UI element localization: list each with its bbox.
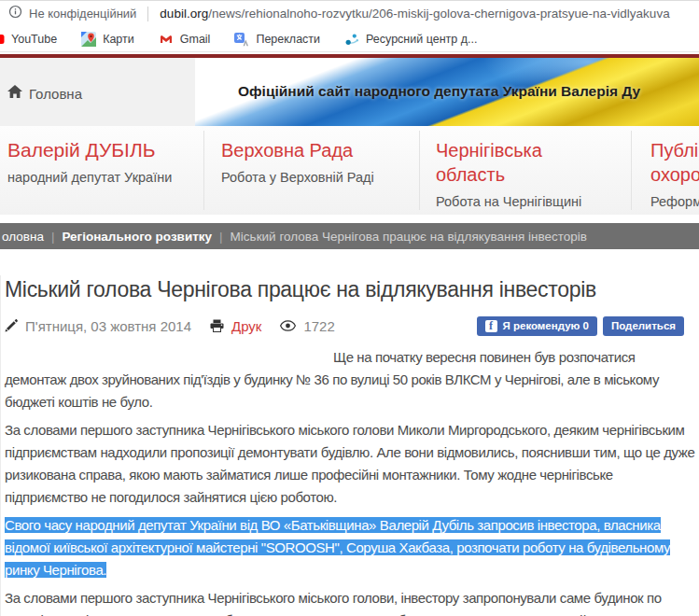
- fb-share-button[interactable]: Поделиться: [603, 316, 684, 336]
- fb-share-label: Поделиться: [611, 320, 676, 331]
- selected-text: Свого часу народний депутат України від …: [5, 517, 670, 578]
- home-label: Головна: [29, 86, 82, 102]
- breadcrumb-home[interactable]: оловна: [2, 230, 44, 244]
- article-paragraph: За словами першого заступника Чернігівсь…: [5, 587, 695, 616]
- article-paragraph: Ще на початку вересня повинен був розпоч…: [5, 346, 695, 413]
- nav-item-verkhovna-rada[interactable]: Верховна Рада Робота у Верховній Раді: [221, 138, 422, 185]
- article-title: Міський голова Чернігова працює на відля…: [5, 275, 695, 303]
- nav-item-public-health[interactable]: Публіч охоро Реформу: [650, 138, 699, 209]
- resource-center-icon: [344, 32, 359, 47]
- breadcrumb: оловна | Регіонального розвитку | Міськи…: [0, 223, 699, 249]
- nav-item-dubil[interactable]: Валерій ДУБІЛЬ народний депутат України: [7, 138, 208, 185]
- bookmark-label: Перекласти: [256, 33, 320, 46]
- bookmark-resource-center[interactable]: Ресурсний центр д...: [344, 32, 477, 47]
- print-link[interactable]: Друк: [231, 318, 261, 334]
- youtube-icon: [0, 32, 5, 47]
- divider: [147, 7, 148, 21]
- fb-like-button[interactable]: Я рекомендую 0: [477, 316, 597, 336]
- security-label: Не конфіденційний: [29, 7, 136, 21]
- nav-title: Верховна Рада: [221, 138, 422, 162]
- nav-title-line2: охоро: [650, 162, 699, 187]
- breadcrumb-separator: |: [51, 230, 55, 244]
- article-paragraph: Свого часу народний депутат України від …: [5, 514, 695, 581]
- article-paragraph: За словами першого заступника Чернігівсь…: [5, 419, 695, 509]
- breadcrumb-current: Міський голова Чернігова працює на відля…: [231, 230, 587, 244]
- nav-title: Чернігівська: [436, 138, 636, 162]
- bookmark-label: Карти: [103, 33, 134, 46]
- nav-subtitle: Реформу: [650, 194, 699, 209]
- google-maps-icon: [81, 32, 96, 47]
- paragraph-text: За словами першого заступника Чернігівсь…: [5, 590, 662, 616]
- home-icon: [7, 85, 22, 102]
- views-eye-icon: [280, 320, 296, 331]
- facebook-buttons: Я рекомендую 0 Поделиться: [477, 316, 696, 336]
- image-placeholder-divider: [5, 352, 333, 367]
- nav-subtitle: Робота на Чернігівщині: [436, 194, 636, 209]
- nav-title: Валерій ДУБІЛЬ: [7, 138, 208, 162]
- address-bar[interactable]: Не конфіденційний dubil.org/news/rehiona…: [0, 0, 699, 26]
- nav-item-chernihiv-oblast[interactable]: Чернігівська область Робота на Чернігівщ…: [436, 138, 636, 209]
- home-link[interactable]: Головна: [7, 85, 82, 102]
- bookmark-maps[interactable]: Карти: [81, 32, 134, 47]
- gmail-icon: [159, 32, 174, 47]
- bookmark-label: YouTube: [11, 33, 57, 46]
- paragraph-text: За словами першого заступника Чернігівсь…: [5, 422, 694, 505]
- info-icon[interactable]: [8, 5, 22, 22]
- url-path: /news/rehionalnoho-rozvytku/206-miskij-g…: [208, 7, 669, 21]
- fb-like-label: Я рекомендую 0: [503, 320, 589, 331]
- site-nav: Валерій ДУБІЛЬ народний депутат України …: [0, 126, 699, 215]
- breadcrumb-category[interactable]: Регіонального розвитку: [62, 230, 212, 244]
- bookmark-label: Ресурсний центр д...: [366, 33, 477, 46]
- publish-date: П'ятниця, 03 жовтня 2014: [25, 318, 191, 334]
- pencil-icon: [5, 319, 18, 332]
- bookmark-translate[interactable]: Перекласти: [234, 32, 320, 47]
- nav-subtitle: Робота у Верховній Раді: [221, 170, 422, 185]
- nav-subtitle: народний депутат України: [7, 170, 208, 185]
- breadcrumb-separator: |: [219, 230, 223, 244]
- printer-icon: [210, 319, 224, 332]
- bookmark-label: Gmail: [180, 33, 211, 46]
- views-count: 1722: [303, 318, 334, 334]
- bookmark-gmail[interactable]: Gmail: [159, 32, 211, 47]
- bookmark-youtube[interactable]: YouTube: [0, 32, 57, 47]
- url-domain: dubil.org: [160, 7, 208, 21]
- nav-title-line2: область: [436, 162, 636, 187]
- url-text[interactable]: dubil.org/news/rehionalnoho-rozvytku/206…: [160, 7, 699, 21]
- bookmarks-bar: YouTube Карти Gmail Перекласти Ресурсний…: [0, 26, 699, 52]
- article-meta: П'ятниця, 03 жовтня 2014 Друк 1722 Я рек…: [5, 315, 695, 337]
- site-banner-title: Офіційний сайт народного депутата Україн…: [238, 83, 640, 100]
- nav-title: Публіч: [650, 138, 699, 162]
- site-header: Офіційний сайт народного депутата Україн…: [0, 58, 699, 126]
- translate-icon: [234, 32, 249, 47]
- facebook-icon: [485, 320, 497, 332]
- article: Міський голова Чернігова працює на відля…: [0, 275, 699, 616]
